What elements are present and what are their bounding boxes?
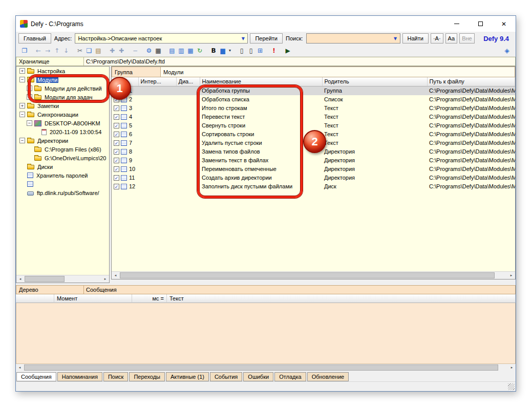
checkbox-checked[interactable] [114, 140, 119, 146]
tree-item-unnamed[interactable] [16, 180, 109, 188]
scroll-right-icon[interactable]: ▸ [507, 272, 515, 279]
table-row[interactable]: 2Обработка спискаСписокC:\Programs\Defy\… [112, 95, 515, 104]
tree-item-sync[interactable]: Синхронизации [16, 110, 109, 119]
column-header-ms[interactable]: мс = [132, 294, 167, 303]
tab-events[interactable]: События [210, 372, 242, 381]
collapse-minus-icon[interactable] [19, 77, 25, 82]
tree-horizontal-scrollbar[interactable]: ◂ ▸ [16, 275, 109, 283]
document-columns-icon[interactable]: ▥ [177, 46, 186, 56]
table-horizontal-scrollbar[interactable]: ◂ ▸ [112, 271, 515, 279]
column-header-dialog[interactable]: Диа... [176, 77, 200, 86]
down-icon[interactable]: ↓ [61, 46, 71, 56]
tree-tab[interactable]: Дерево [16, 285, 84, 294]
collapse-minus-icon[interactable] [19, 112, 25, 117]
tab-search[interactable]: Поиск [103, 372, 128, 381]
table-row[interactable]: 5Свернуть строкиТекстC:\Programs\Defy\Da… [112, 121, 515, 130]
checkbox-checked[interactable] [114, 114, 119, 120]
checkbox-checked[interactable] [114, 132, 119, 137]
scroll-right-icon[interactable]: ▸ [101, 275, 109, 283]
tab-errors[interactable]: Ошибки [243, 372, 273, 381]
remove-icon[interactable]: − [131, 46, 140, 56]
chevron-down-icon[interactable]: ▼ [240, 35, 246, 42]
new-copy-icon[interactable]: ❐ [20, 46, 29, 56]
resize-grip[interactable] [508, 383, 515, 390]
tab-active[interactable]: Активные (1) [166, 372, 209, 381]
chevron-down-icon[interactable]: ▾ [227, 46, 232, 56]
forward-icon[interactable]: → [43, 46, 52, 56]
tab-update[interactable]: Обновление [307, 372, 349, 381]
tree-item-notes[interactable]: Заметки [16, 101, 109, 110]
checkbox-checked[interactable] [114, 123, 119, 128]
close-button[interactable]: ✕ [492, 16, 516, 32]
tree-item-sync-timestamp[interactable]: 2020-11-09 13:00:54 [16, 127, 109, 136]
back-icon[interactable]: ← [34, 46, 43, 56]
expand-plus-icon[interactable] [19, 68, 25, 74]
tab-debug[interactable]: Отладка [274, 372, 306, 381]
tab-messages[interactable]: Сообщения [16, 372, 56, 381]
messages-horizontal-scrollbar[interactable]: ◂ ▸ [16, 364, 516, 372]
find-button[interactable]: Найти [402, 33, 429, 44]
copy-icon[interactable]: ❏ [84, 46, 94, 56]
table-row[interactable]: 9Заменить текст в файлахДиректорияC:\Pro… [112, 156, 515, 165]
slider-icon[interactable]: ▯ [237, 46, 246, 56]
table-row[interactable]: 10Переименовать отмеченныеДиректорияC:\P… [112, 165, 515, 174]
tree-item-onedrive[interactable]: G:\OneDrive\Lumpics\20 [16, 154, 109, 162]
column-header-interval[interactable]: Интер... [138, 77, 176, 86]
bold-icon[interactable]: B [209, 46, 218, 56]
column-header-moment[interactable]: Момент [54, 294, 132, 303]
document-grid-icon[interactable]: ▦ [186, 46, 195, 56]
table-row[interactable]: 4Перевести текстТекстC:\Programs\Defy\Da… [112, 113, 515, 121]
collapse-minus-icon[interactable] [19, 138, 25, 143]
minimize-button[interactable] [445, 16, 469, 32]
checkbox-checked[interactable] [114, 149, 119, 155]
tree-item-password-keeper[interactable]: Хранитель паролей [16, 171, 109, 180]
table-row[interactable]: 11Создать архив директорииДиректорияC:\P… [112, 174, 515, 182]
checkbox-checked[interactable] [114, 175, 119, 181]
go-button[interactable]: Перейти [250, 33, 283, 44]
grid-window-icon[interactable]: ⊞ [256, 46, 265, 56]
tree-item-disks[interactable]: Диски [16, 162, 109, 171]
run-icon[interactable]: ▶ [283, 46, 292, 56]
search-combobox[interactable]: ▼ [306, 33, 400, 44]
scrollbar-thumb[interactable] [24, 364, 498, 371]
refresh-icon[interactable]: ↻ [195, 46, 204, 56]
checkbox-checked[interactable] [114, 105, 119, 111]
tree-item-directories[interactable]: Директории [16, 136, 109, 145]
group-value[interactable]: Модули [161, 67, 515, 77]
alert-icon[interactable]: ! [269, 46, 279, 56]
table-row[interactable]: 12Заполнить диск пустыми файламиДискC:\P… [112, 182, 515, 191]
column-header-filepath[interactable]: Путь к файлу [427, 77, 515, 86]
checkbox-checked[interactable] [114, 184, 119, 189]
column-header-parent[interactable]: Родитель [322, 77, 427, 86]
keyboard-icon[interactable]: ▦ [154, 46, 163, 56]
tree-item-desktop[interactable]: DESKTOP-A8O0HKM [16, 119, 109, 127]
tab-transitions[interactable]: Переходы [129, 372, 165, 381]
tab-reminders[interactable]: Напоминания [57, 372, 102, 381]
collapse-minus-icon[interactable] [27, 120, 32, 126]
highlight-color-icon[interactable]: ▆ [218, 46, 227, 56]
scrollbar-thumb[interactable] [120, 272, 495, 278]
tree-item-program-files[interactable]: C:\Program Files (x86) [16, 145, 109, 154]
cut-icon[interactable]: ✂ [75, 46, 84, 56]
scroll-right-icon[interactable]: ▸ [508, 364, 516, 372]
storage-path[interactable]: C:\Programs\Defy\Data\Defy.ftd [84, 57, 516, 66]
column-header-text[interactable]: Текст [167, 294, 516, 303]
maximize-button[interactable] [469, 16, 492, 32]
column-header[interactable] [16, 294, 54, 303]
scroll-left-icon[interactable]: ◂ [16, 364, 24, 372]
scroll-left-icon[interactable]: ◂ [112, 272, 119, 279]
add-icon[interactable]: ✚ [108, 46, 117, 56]
document-icon[interactable]: ▤ [167, 46, 177, 56]
paste-icon[interactable]: ▤ [94, 46, 103, 56]
up-icon[interactable]: ↑ [52, 46, 61, 56]
match-case-button[interactable]: Аа [445, 33, 458, 44]
main-menu-button[interactable]: Главный [18, 33, 51, 44]
match-outside-button[interactable]: Вне [459, 33, 475, 44]
layers-icon[interactable]: ◈ [502, 46, 512, 56]
settings-gear-icon[interactable]: ⚙ [144, 46, 154, 56]
match-exact-button[interactable]: ·А· [431, 33, 443, 44]
checkbox-checked[interactable] [114, 158, 119, 163]
checkbox-checked[interactable] [114, 166, 119, 172]
chevron-down-icon[interactable]: ▼ [392, 35, 399, 42]
table-row[interactable]: 1Обработка группыГруппаC:\Programs\Defy\… [112, 86, 515, 95]
